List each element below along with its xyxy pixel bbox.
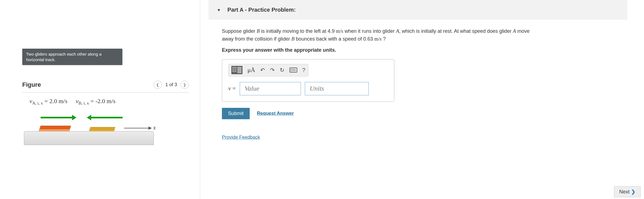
problem-body: Suppose glider B is initially moving to … [209,20,542,147]
velocity-arrow-a [41,117,73,118]
track [24,131,154,145]
velocity-arrow-b [91,117,123,118]
next-button[interactable]: Next❯ [614,186,641,197]
collapse-icon: ▼ [217,8,221,12]
answer-box: μÅ ↶ ↷ ↻ ? v = [222,59,394,102]
left-panel: Two gliders approach each other along a … [0,0,200,199]
velocity-labels: vA, i, x = 2.0 m/s vB, i, x = -2.0 m/s [24,98,187,106]
figure-next-button[interactable]: ❯ [180,81,189,89]
special-chars-button[interactable]: μÅ [247,67,255,73]
context-tooltip: Two gliders approach each other along a … [22,49,122,65]
answer-variable: v = [228,84,236,93]
help-button[interactable]: ? [302,66,305,74]
problem-prompt: Suppose glider B is initially moving to … [222,28,531,43]
request-answer-link[interactable]: Request Answer [257,110,294,117]
x-axis-label: x [153,125,156,131]
undo-button[interactable]: ↶ [260,66,265,74]
figure-title: Figure [22,81,41,88]
equation-toolbar: μÅ ↶ ↷ ↻ ? [228,64,308,76]
redo-button[interactable]: ↷ [270,66,275,74]
answer-row: v = [228,82,388,95]
units-input[interactable] [305,82,369,95]
provide-feedback-link[interactable]: Provide Feedback [222,134,260,141]
reset-button[interactable]: ↻ [280,66,284,74]
keyboard-button[interactable] [289,68,297,73]
part-header[interactable]: ▼ Part A - Practice Problem: [209,0,627,20]
instruction-text: Express your answer with the appropriate… [222,46,531,54]
figure-pager: ❮ 1 of 3 ❯ [153,81,189,89]
figure-body: vA, i, x = 2.0 m/s vB, i, x = -2.0 m/s A… [22,93,189,150]
figure-diagram: A B x [24,109,187,145]
action-row: Submit Request Answer [222,108,531,119]
template-picker-button[interactable] [231,66,242,74]
right-panel: ▼ Part A - Practice Problem: Suppose gli… [200,0,644,199]
value-input[interactable] [240,82,301,95]
chevron-right-icon: ❯ [631,189,635,195]
figure-pager-label: 1 of 3 [165,82,177,88]
part-title: Part A - Practice Problem: [227,7,296,13]
figure-header: Figure ❮ 1 of 3 ❯ [22,81,189,93]
figure-prev-button[interactable]: ❮ [153,81,162,89]
x-axis-arrow [124,128,149,128]
submit-button[interactable]: Submit [222,108,250,119]
